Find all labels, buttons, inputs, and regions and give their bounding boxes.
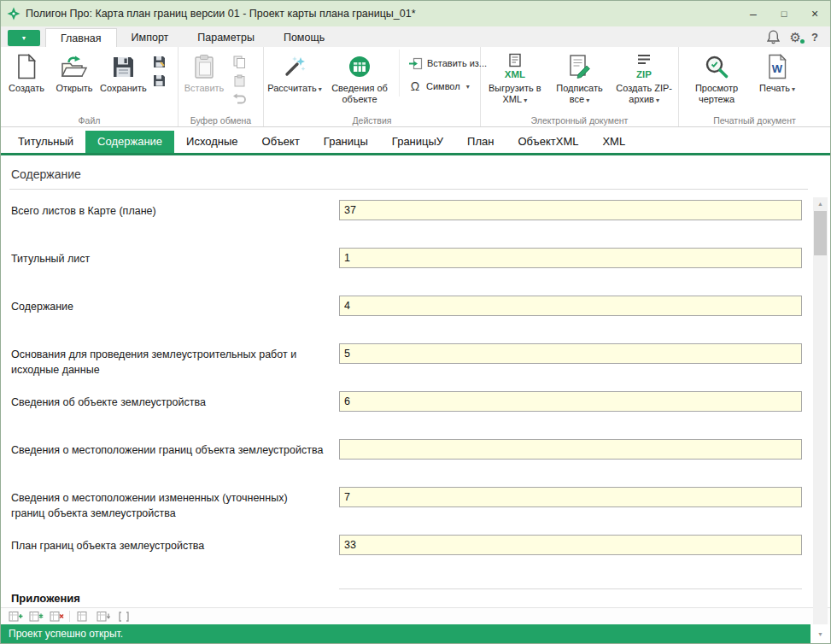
create-button-label: Создать (9, 83, 44, 94)
form: Всего листов в Карте (плане) Титульный л… (1, 200, 830, 605)
save-all-button[interactable] (150, 72, 169, 89)
appendix-divider (339, 588, 802, 589)
ribbon-tab-bar: ▼ Главная Импорт Параметры Помощь ⚙ ? (1, 26, 830, 47)
paste-special-button[interactable] (230, 72, 249, 89)
settings-gear-icon[interactable]: ⚙ (790, 31, 801, 44)
field-label: Содержание (11, 296, 339, 314)
close-button[interactable]: × (799, 1, 830, 26)
table-copy-row-button[interactable] (75, 610, 91, 624)
create-button[interactable]: Создать (3, 50, 50, 96)
form-row: Титульный лист (1, 248, 830, 296)
help-icon[interactable]: ? (811, 31, 818, 44)
tab-granitsy[interactable]: Границы (312, 131, 380, 153)
undo-button[interactable] (230, 91, 249, 108)
save-button[interactable]: Сохранить (98, 50, 149, 96)
grounds-input[interactable] (339, 343, 802, 364)
paste-special-icon (233, 74, 246, 87)
group-label-edoc: Электронный документ (481, 115, 678, 126)
brackets-icon (118, 611, 130, 623)
maximize-button[interactable]: □ (769, 1, 799, 26)
status-message: Проект успешно открыт. (9, 628, 123, 640)
open-folder-icon (61, 51, 88, 82)
open-button[interactable]: Открыть (50, 50, 98, 96)
tab-plan[interactable]: План (455, 131, 506, 153)
total-sheets-input[interactable] (339, 200, 802, 220)
paste-clipboard-icon (193, 51, 215, 82)
preview-drawing-button[interactable]: Просмотр чертежа (681, 50, 752, 107)
open-button-label: Открыть (56, 83, 92, 94)
file-menu-button[interactable]: ▼ (8, 30, 40, 46)
tab-granitsy-u[interactable]: ГраницыУ (380, 131, 455, 153)
boundaries-location-input[interactable] (339, 439, 802, 460)
changed-boundaries-input[interactable] (339, 487, 802, 507)
title-sheet-input[interactable] (339, 248, 802, 268)
notifications-bell-icon[interactable] (767, 30, 780, 44)
dropdown-caret-icon: ▾ (792, 85, 795, 93)
object-info-input[interactable] (339, 391, 802, 412)
group-label-print: Печатный документ (679, 115, 830, 126)
calculate-button[interactable]: Рассчитать▾ (266, 50, 324, 96)
print-button[interactable]: W Печать▾ (752, 50, 802, 96)
table-delete-row-button[interactable] (49, 610, 64, 624)
tab-soderzhanie[interactable]: Содержание (85, 131, 174, 153)
group-label-actions: Действия (264, 115, 480, 126)
scrollbar-up-button[interactable]: ▲ (813, 197, 828, 210)
tab-import[interactable]: Импорт (117, 28, 184, 47)
field-label: План границ объекта землеустройства (11, 535, 339, 553)
field-label: Сведения об объекте землеустройства (11, 391, 339, 410)
tab-xml[interactable]: XML (590, 131, 637, 153)
tab-obekt[interactable]: Объект (250, 131, 312, 153)
export-xml-button[interactable]: XML Выгрузить в XML▾ (483, 50, 547, 107)
dropdown-caret-icon: ▾ (466, 83, 470, 91)
file-small-buttons (149, 50, 171, 92)
form-row: Сведения о местоположении измененных (ут… (1, 487, 830, 535)
table-insert-row-button[interactable] (28, 610, 44, 624)
tab-titulny[interactable]: Титульный (6, 131, 85, 153)
contents-input[interactable] (339, 296, 802, 316)
tab-glavnaya[interactable]: Главная (45, 28, 117, 47)
tab-parametry[interactable]: Параметры (183, 28, 269, 47)
symbol-button[interactable]: Ω Символ ▾ (405, 76, 490, 97)
svg-text:ZIP: ZIP (636, 69, 652, 79)
save-as-button[interactable] (150, 53, 169, 70)
form-row: Сведения об объекте землеустройства (1, 391, 830, 439)
boundary-plan-input[interactable] (339, 535, 802, 555)
magic-wand-icon (283, 51, 307, 82)
scrollbar-down-button[interactable]: ▼ (811, 624, 830, 643)
actions-small-buttons: Вставить из... Ω Символ ▾ (399, 50, 492, 97)
object-info-button[interactable]: Сведения об объекте (324, 50, 395, 107)
ribbon: Создать Открыть (1, 47, 830, 127)
tab-obekt-xml[interactable]: ОбъектXML (506, 131, 590, 153)
create-zip-button[interactable]: ZIP Создать ZIP-архив▾ (612, 50, 676, 107)
app-window: Полигон Про: Карта план границ версии 01… (0, 0, 831, 644)
table-add-row-icon (9, 611, 23, 623)
ribbon-group-edoc: XML Выгрузить в XML▾ Подписать все▾ (481, 47, 679, 126)
app-logo-icon (7, 7, 20, 20)
field-label: Основания для проведения землеустроитель… (11, 343, 339, 378)
brackets-button[interactable] (116, 610, 132, 624)
symbol-label: Символ (426, 81, 460, 91)
table-move-row-button[interactable] (96, 610, 111, 624)
copy-icon (232, 55, 246, 68)
clipboard-small-buttons (228, 50, 250, 111)
gear-glyph: ⚙ (790, 30, 801, 44)
field-label: Всего листов в Карте (плане) (11, 200, 339, 219)
table-add-row-button[interactable] (8, 610, 23, 624)
tab-iskhodnye[interactable]: Исходные (174, 131, 249, 153)
field-label: Сведения о местоположении границ объекта… (11, 439, 339, 458)
insert-from-button[interactable]: Вставить из... (405, 53, 490, 73)
vertical-scrollbar[interactable]: ▲ (813, 197, 828, 624)
sign-all-button[interactable]: Подписать все▾ (547, 50, 612, 107)
form-row: Всего листов в Карте (плане) (1, 200, 830, 248)
appendix-row: Приложения (1, 584, 830, 605)
svg-text:XML: XML (505, 69, 525, 79)
object-info-button-label: Сведения об объекте (327, 83, 392, 105)
dropdown-caret-icon: ▾ (319, 85, 322, 93)
scrollbar-thumb[interactable] (814, 211, 827, 255)
status-row: Проект успешно открыт. ▼ (1, 624, 830, 643)
copy-button[interactable] (230, 53, 249, 70)
tab-pomosch[interactable]: Помощь (269, 28, 339, 47)
form-row: Основания для проведения землеустроитель… (1, 343, 830, 391)
paste-button[interactable]: Вставить (180, 50, 228, 96)
minimize-button[interactable]: – (738, 1, 769, 26)
